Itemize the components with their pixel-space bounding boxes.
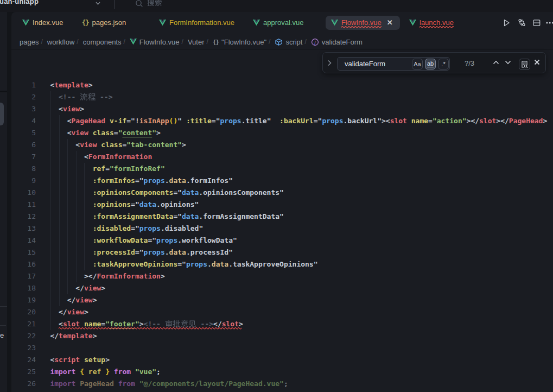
find-input[interactable]: validateForm Aa ab .* [337,57,450,71]
search-icon[interactable] [135,0,143,8]
breadcrumb-label: FlowInfo.vue [139,38,180,46]
find-widget: validateForm Aa ab .* ?/3 [322,52,546,73]
find-next-button[interactable] [505,60,511,65]
breadcrumb-separator: / [207,38,208,46]
json-icon: {} [82,19,88,27]
breadcrumb-item[interactable]: fvalidateForm [311,38,363,46]
cjk-glyph [147,0,155,6]
sidebar-divider [0,306,7,307]
project-dropdown-chevron-icon[interactable] [96,2,100,5]
tab-Index.vue[interactable]: Index.vue [13,16,73,30]
find-query-text[interactable]: validateForm [345,58,385,70]
line-number: 12 [11,211,36,223]
code-area[interactable]: <template> <!-- --> <view> <PageHead v-i… [50,79,547,390]
code-line[interactable]: <script setup> [50,354,547,366]
code-line[interactable]: ref="formInfoRef" [50,163,547,175]
tab-FlowInfo.vue[interactable]: FlowInfo.vue✕ [326,16,400,30]
code-line[interactable]: </view> [50,306,547,318]
project-name[interactable]: uan-uniapp [0,0,39,5]
tab-approval.vue[interactable]: approval.vue [244,16,317,30]
code-line[interactable]: :workflowData="props.workflowData" [50,235,547,246]
code-line[interactable]: import { ref } from "vue"; [50,366,547,378]
code-line[interactable]: <!-- --> [50,91,547,103]
find-expand-chevron-icon[interactable] [327,60,332,66]
code-line[interactable]: :disabled="props.disabled" [50,223,547,235]
line-number: 10 [11,187,36,199]
cjk-glyph [173,320,181,328]
breadcrumb-label: pages [20,38,39,46]
line-number: 6 [11,139,36,151]
search-label[interactable] [147,0,162,7]
editor-panel: Index.vue{}pages.jsonFormInformation.vue… [11,12,553,392]
more-actions-button[interactable] [544,15,553,30]
code-line[interactable]: <view class="tab-content"> [50,139,547,151]
json-braces-icon: {} [213,39,219,46]
code-line[interactable]: :opinionsComponents="data.opinionsCompon… [50,187,547,199]
tab-close-icon[interactable]: ✕ [385,18,395,27]
sidebar-cropped-filename[interactable]: e [0,331,4,339]
cjk-glyph [188,320,196,328]
breadcrumb-item[interactable]: FlowInfo.vue [130,38,180,46]
line-number: 1 [11,79,36,91]
find-close-button[interactable] [534,59,540,65]
whole-word-toggle[interactable]: ab [425,59,436,69]
code-line[interactable]: </template> [50,330,547,342]
breadcrumb-item[interactable]: pages [20,38,39,46]
split-editor-button[interactable] [529,15,544,30]
tab-label: launch.vue [419,18,454,27]
code-line[interactable]: :processId="props.data.processId" [50,246,547,258]
vue-icon [130,39,137,45]
match-case-toggle[interactable]: Aa [412,59,423,69]
line-number: 20 [11,306,36,318]
code-line[interactable]: :formInfos="props.data.formInfos" [50,175,547,187]
breadcrumb-label: script [285,38,302,46]
code-line[interactable]: :opinions="data.opinions" [50,199,547,211]
breadcrumb-item[interactable]: components [83,38,122,46]
sidebar-scrollbar-thumb[interactable] [0,103,4,125]
regex-toggle[interactable]: .* [438,59,449,69]
line-number: 13 [11,223,36,235]
find-in-selection-button[interactable] [519,59,530,70]
code-line[interactable]: </view> [50,282,547,294]
code-line[interactable]: </view> [50,294,547,306]
line-numbers-gutter: 1234567891011121314151617181920212223242… [11,79,36,390]
breadcrumb-item[interactable]: Vuter [188,38,205,46]
code-line[interactable]: <template> [50,79,547,91]
code-line[interactable] [50,342,547,354]
tab-pages.json[interactable]: {}pages.json [73,16,138,30]
code-line[interactable]: <view class="content"> [50,127,547,139]
code-line[interactable]: :taskApproveOpinions="props.data.taskApp… [50,258,547,270]
line-number: 16 [11,258,36,270]
find-previous-button[interactable] [493,60,499,65]
breadcrumb-item[interactable]: script [275,38,302,46]
code-line[interactable]: ></FormInformation> [50,270,547,282]
error-squiggle [59,327,241,330]
error-squiggle [341,26,382,29]
line-number: 5 [11,127,36,139]
svg-text:f: f [314,39,316,45]
tab-launch.vue[interactable]: launch.vue [400,16,464,30]
breadcrumb-separator: / [77,38,78,46]
tab-FormInformation.vue[interactable]: FormInformation.vue [150,16,243,30]
breadcrumb-item[interactable]: {}"FlowInfo.vue" [213,38,266,46]
code-line[interactable]: import PageHead from "@/components/layou… [50,378,547,390]
line-number: 2 [11,91,36,103]
code-line[interactable]: <PageHead v-if="!isInApp()" :title="prop… [50,115,547,127]
vue-icon [22,20,29,26]
breadcrumb-separator: / [182,38,183,46]
title-bar: uan-uniapp [0,0,553,12]
line-number: 7 [11,151,36,163]
line-number: 3 [11,103,36,115]
breadcrumb-item[interactable]: workflow [47,38,75,46]
code-line[interactable]: :formAssignmentData="data.formAssignment… [50,211,547,223]
line-number: 18 [11,282,36,294]
code-line[interactable]: <FormInformation [50,151,547,163]
breadcrumb-separator: / [124,38,125,46]
line-number: 11 [11,199,36,211]
code-line[interactable]: <view> [50,103,547,115]
breadcrumbs: pages/workflow/components/FlowInfo.vue/V… [20,34,363,49]
run-button[interactable] [499,15,514,30]
cjk-glyph [165,320,173,328]
method-icon: f [311,38,319,46]
compare-changes-button[interactable] [514,15,529,30]
